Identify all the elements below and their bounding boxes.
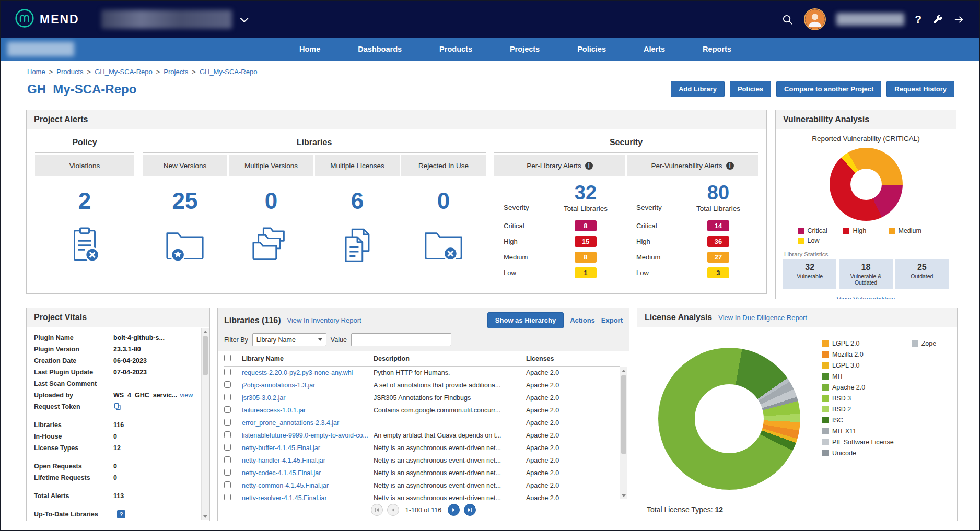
per-library-total[interactable]: 32	[555, 183, 616, 203]
table-row[interactable]: j2objc-annotations-1.3.jar A set of anno…	[224, 379, 620, 392]
table-row[interactable]: failureaccess-1.0.1.jar Contains com.goo…	[224, 404, 620, 417]
per-vulnerability-total[interactable]: 80	[688, 183, 749, 203]
row-checkbox[interactable]	[224, 494, 231, 500]
scroll-up-button[interactable]	[202, 328, 209, 335]
library-name-link[interactable]: error_prone_annotations-2.3.4.jar	[242, 419, 374, 427]
info-icon[interactable]: i	[726, 162, 734, 170]
scroll-down-button[interactable]	[202, 513, 209, 520]
due-diligence-report-link[interactable]: View In Due Diligence Report	[718, 314, 807, 322]
avatar[interactable]	[804, 8, 826, 30]
nav-item[interactable]: Reports	[684, 45, 750, 53]
row-checkbox[interactable]	[224, 481, 231, 488]
view-inventory-report-link[interactable]: View In Inventory Report	[287, 316, 361, 324]
logout-icon[interactable]	[953, 14, 965, 26]
row-checkbox[interactable]	[224, 431, 231, 438]
column-licenses[interactable]: Licenses	[526, 355, 620, 362]
nav-item[interactable]: Alerts	[625, 45, 684, 53]
severity-count-badge[interactable]: 3	[707, 267, 729, 278]
table-row[interactable]: netty-codec-4.1.45.Final.jar Netty is an…	[224, 467, 620, 479]
multiple-versions-tab[interactable]: Multiple Versions	[229, 155, 313, 176]
library-name-link[interactable]: netty-handler-4.1.45.Final.jar	[242, 457, 374, 464]
library-name-link[interactable]: listenablefuture-9999.0-empty-to-avoid-c…	[242, 432, 374, 439]
multiple-licenses-count[interactable]: 6	[315, 188, 400, 214]
scroll-up-button[interactable]	[620, 367, 627, 374]
breadcrumb-link[interactable]: GH_My-SCA-Repo	[200, 68, 258, 76]
brand[interactable]: MEND	[15, 8, 79, 30]
export-link[interactable]: Export	[601, 316, 623, 324]
page-action-button[interactable]: Policies	[730, 81, 771, 97]
library-name-link[interactable]: netty-resolver-4.1.45.Final.jar	[242, 494, 374, 500]
library-name-link[interactable]: requests-2.20.0-py2.py3-none-any.whl	[242, 369, 374, 376]
table-scrollbar[interactable]	[620, 367, 627, 499]
nav-item[interactable]: Dashboards	[339, 45, 421, 53]
prev-page-button[interactable]	[387, 504, 399, 516]
view-vulnerabilities-link[interactable]: View Vulnerabilities	[783, 295, 949, 299]
row-checkbox[interactable]	[224, 469, 231, 476]
column-library-name[interactable]: Library Name	[242, 355, 374, 362]
show-as-hierarchy-button[interactable]: Show as Hierarchy	[487, 312, 564, 328]
per-vulnerability-alerts-tab[interactable]: Per-Vulnerability Alerts i	[627, 155, 758, 176]
page-action-button[interactable]: Compare to another Project	[776, 81, 881, 97]
table-row[interactable]: netty-buffer-4.1.45.Final.jar Netty is a…	[224, 442, 620, 454]
help-icon[interactable]: ?	[915, 13, 921, 26]
new-versions-count[interactable]: 25	[143, 188, 227, 214]
nav-item[interactable]: Home	[281, 45, 339, 53]
actions-link[interactable]: Actions	[570, 316, 595, 324]
table-row[interactable]: listenablefuture-9999.0-empty-to-avoid-c…	[224, 429, 620, 442]
next-page-button[interactable]	[448, 504, 460, 516]
vulnerability-donut-chart[interactable]	[830, 148, 903, 221]
row-checkbox[interactable]	[224, 381, 231, 388]
table-row[interactable]: requests-2.20.0-py2.py3-none-any.whl Pyt…	[224, 367, 620, 379]
multiple-licenses-tab[interactable]: Multiple Licenses	[315, 155, 400, 176]
rejected-in-use-count[interactable]: 0	[401, 188, 486, 214]
breadcrumb-link[interactable]: GH_My-SCA-Repo	[95, 68, 153, 76]
severity-count-badge[interactable]: 14	[707, 220, 729, 231]
page-action-button[interactable]: Add Library	[671, 81, 725, 97]
nav-item[interactable]: Policies	[558, 45, 625, 53]
severity-count-badge[interactable]: 8	[575, 252, 597, 263]
violations-count[interactable]: 2	[35, 188, 134, 214]
copy-icon[interactable]	[113, 403, 122, 411]
help-badge[interactable]: ?	[117, 510, 125, 518]
nav-item[interactable]: Products	[421, 45, 491, 53]
license-donut-chart[interactable]	[658, 348, 800, 490]
row-checkbox[interactable]	[224, 419, 231, 426]
info-icon[interactable]: i	[585, 162, 593, 170]
scroll-thumb[interactable]	[203, 336, 208, 375]
library-name-link[interactable]: netty-codec-4.1.45.Final.jar	[242, 469, 374, 477]
severity-count-badge[interactable]: 15	[575, 236, 597, 247]
last-page-button[interactable]	[464, 504, 476, 516]
violations-tab[interactable]: Violations	[35, 155, 134, 176]
table-row[interactable]: error_prone_annotations-2.3.4.jar Apache…	[224, 417, 620, 429]
severity-count-badge[interactable]: 27	[707, 252, 729, 263]
vitals-scrollbar[interactable]	[201, 328, 209, 520]
library-name-link[interactable]: j2objc-annotations-1.3.jar	[242, 382, 374, 389]
breadcrumb-link[interactable]: Home	[27, 68, 45, 76]
page-action-button[interactable]: Request History	[886, 81, 954, 97]
view-uploader-link[interactable]: view	[180, 392, 193, 399]
scroll-down-button[interactable]	[620, 492, 627, 499]
severity-count-badge[interactable]: 8	[575, 220, 597, 231]
new-versions-tab[interactable]: New Versions	[143, 155, 227, 176]
table-row[interactable]: netty-resolver-4.1.45.Final.jar Netty is…	[224, 492, 620, 500]
settings-wrench-icon[interactable]	[932, 14, 943, 25]
severity-count-badge[interactable]: 36	[707, 236, 729, 247]
filter-field-select[interactable]: Library Name	[252, 333, 326, 346]
rejected-in-use-tab[interactable]: Rejected In Use	[401, 155, 486, 176]
table-row[interactable]: netty-common-4.1.45.Final.jar Netty is a…	[224, 479, 620, 492]
search-icon[interactable]	[781, 14, 794, 26]
row-checkbox[interactable]	[224, 456, 231, 463]
library-name-link[interactable]: netty-common-4.1.45.Final.jar	[242, 482, 374, 489]
filter-value-input[interactable]	[351, 333, 451, 346]
scroll-thumb[interactable]	[621, 375, 626, 454]
first-page-button[interactable]	[371, 504, 383, 516]
table-row[interactable]: netty-handler-4.1.45.Final.jar Netty is …	[224, 454, 620, 467]
row-checkbox[interactable]	[224, 369, 231, 375]
select-all-checkbox[interactable]	[224, 355, 231, 361]
row-checkbox[interactable]	[224, 394, 231, 400]
per-library-alerts-tab[interactable]: Per-Library Alerts i	[494, 155, 625, 176]
breadcrumb-link[interactable]: Projects	[164, 68, 188, 76]
library-name-link[interactable]: jsr305-3.0.2.jar	[242, 394, 374, 402]
multiple-versions-count[interactable]: 0	[229, 188, 313, 214]
library-name-link[interactable]: failureaccess-1.0.1.jar	[242, 407, 374, 414]
